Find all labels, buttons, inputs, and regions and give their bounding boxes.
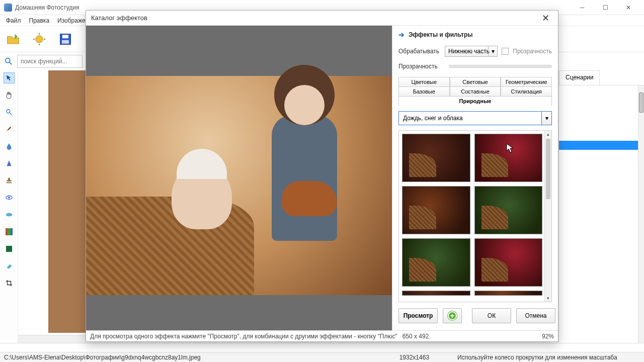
floppy-icon — [58, 32, 72, 46]
status-hint: Используйте колесо прокрутки для изменен… — [453, 354, 644, 361]
pointer-tool[interactable] — [4, 72, 15, 83]
effect-category-tabs: Цветовые Световые Геометрические Базовые… — [398, 77, 552, 106]
add-effect-button[interactable]: + — [443, 308, 462, 323]
status-dimensions: 1932x1463 — [395, 354, 433, 361]
svg-rect-15 — [6, 228, 13, 235]
opacity-label: Прозрачность — [398, 63, 441, 70]
search-input[interactable] — [17, 55, 83, 68]
process-value: Нижнюю часть — [448, 48, 490, 55]
effect-thumb[interactable] — [402, 134, 470, 182]
effect-thumb[interactable] — [402, 291, 470, 296]
ok-button[interactable]: ОК — [472, 308, 511, 323]
crop-tool[interactable] — [4, 278, 15, 289]
minimize-button[interactable]: ─ — [571, 0, 594, 15]
effect-preview-area[interactable] — [86, 26, 392, 330]
scenario-selected-item[interactable] — [559, 141, 638, 150]
tab-basic[interactable]: Базовые — [398, 86, 450, 97]
gradient-tool[interactable] — [4, 226, 15, 237]
zoom-tool[interactable] — [4, 107, 15, 118]
scenarios-scrollbar[interactable] — [638, 85, 644, 343]
effect-thumb[interactable] — [474, 291, 543, 296]
dialog-zoom: 92% — [542, 333, 554, 340]
tab-light[interactable]: Световые — [450, 77, 501, 87]
scenarios-panel — [559, 85, 644, 343]
dialog-status-proxy — [0, 343, 644, 352]
tab-color[interactable]: Цветовые — [398, 77, 450, 87]
svg-rect-16 — [6, 246, 12, 252]
transparency-checkbox-label: Прозрачность — [513, 48, 552, 55]
status-filepath: C:\Users\AMS-Elena\Desktop\Фотографии\g9… — [0, 354, 205, 361]
dialog-statusbar: Для просмотра одного эффекта нажмите "Пр… — [86, 330, 558, 341]
text-tool[interactable] — [4, 243, 15, 254]
menu-file[interactable]: Файл — [2, 16, 25, 26]
thumbnails-scrollbar[interactable]: ▴▾ — [544, 131, 551, 302]
tab-composite[interactable]: Составные — [450, 86, 501, 97]
arrow-right-icon: ➔ — [398, 31, 405, 39]
sharpen-tool[interactable] — [4, 158, 15, 169]
effect-thumb[interactable] — [474, 238, 543, 287]
eye-tool[interactable] — [4, 209, 15, 220]
svg-point-10 — [6, 110, 10, 113]
effect-thumbnails: ▴▾ — [398, 130, 552, 302]
tab-nature[interactable]: Природные — [398, 96, 552, 106]
opacity-slider[interactable] — [449, 65, 552, 68]
dodge-tool[interactable] — [4, 192, 15, 203]
transparency-checkbox[interactable] — [502, 48, 509, 55]
save-button[interactable] — [55, 29, 75, 49]
svg-point-0 — [36, 36, 43, 43]
gear-sun-icon — [32, 32, 46, 46]
folder-open-icon — [6, 32, 20, 46]
eraser-tool[interactable] — [4, 260, 15, 272]
stamp-tool[interactable] — [4, 175, 15, 186]
dialog-hint: Для просмотра одного эффекта нажмите "Пр… — [90, 333, 397, 340]
effect-thumb[interactable] — [474, 134, 543, 182]
chevron-down-icon: ▾ — [541, 112, 551, 125]
blur-tool[interactable] — [4, 141, 15, 152]
preview-dimensions: 650 x 492 — [403, 333, 429, 340]
svg-point-8 — [6, 58, 10, 63]
effect-group-select[interactable]: Дождь, снег и облака ▾ — [398, 111, 552, 125]
effects-catalog-dialog: Каталог эффектов ✕ ➔ Эффекты и фильтры О… — [86, 10, 558, 342]
effect-thumb[interactable] — [474, 186, 543, 234]
dialog-close-button[interactable]: ✕ — [538, 11, 553, 26]
cancel-button[interactable]: Отмена — [516, 308, 555, 323]
section-title: Эффекты и фильтры — [409, 31, 473, 38]
svg-point-14 — [6, 213, 12, 217]
svg-rect-7 — [62, 40, 69, 43]
dialog-title: Каталог эффектов — [91, 14, 538, 22]
tab-stylize[interactable]: Стилизация — [501, 86, 552, 97]
hand-tool[interactable] — [4, 89, 15, 101]
effect-thumb[interactable] — [402, 186, 470, 234]
menu-edit[interactable]: Правка — [25, 16, 54, 26]
brush-tool[interactable] — [4, 124, 15, 135]
effects-button[interactable] — [29, 29, 49, 49]
effect-group-value: Дождь, снег и облака — [403, 115, 463, 122]
cursor-icon — [506, 143, 514, 153]
maximize-button[interactable]: ☐ — [594, 0, 617, 15]
close-button[interactable]: ✕ — [617, 0, 640, 15]
tool-palette — [0, 70, 18, 343]
svg-point-13 — [8, 197, 10, 199]
open-button[interactable] — [3, 29, 23, 49]
svg-rect-6 — [62, 35, 68, 38]
plus-icon: + — [448, 311, 457, 320]
preview-button[interactable]: Просмотр — [398, 308, 438, 323]
process-label: Обрабатывать — [398, 48, 441, 55]
app-icon — [4, 4, 12, 12]
tab-scenarios[interactable]: Сценарии — [559, 70, 600, 85]
effect-thumb[interactable] — [402, 238, 470, 287]
search-icon[interactable] — [3, 56, 14, 67]
main-statusbar: C:\Users\AMS-Elena\Desktop\Фотографии\g9… — [0, 352, 644, 362]
svg-line-9 — [10, 62, 12, 65]
tab-geometric[interactable]: Геометрические — [501, 77, 552, 87]
process-select[interactable]: Нижнюю часть ▾ — [445, 46, 498, 57]
svg-line-11 — [9, 113, 11, 115]
chevron-down-icon: ▾ — [488, 46, 497, 56]
